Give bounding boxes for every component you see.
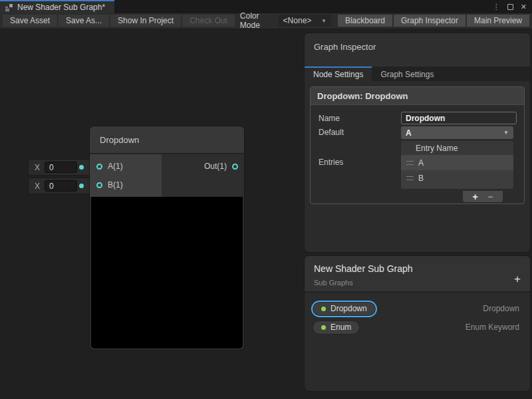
keyword-dot-icon — [321, 325, 326, 330]
entries-row: Entries Entry Name A B — [319, 140, 513, 189]
add-entry-button[interactable]: + — [473, 192, 478, 201]
entry-name: A — [418, 158, 424, 168]
save-as-button[interactable]: Save As... — [59, 15, 109, 27]
chevron-down-icon: ▼ — [321, 18, 327, 24]
property-type-label: Dropdown — [483, 304, 519, 313]
entries-buttons: + − — [463, 191, 503, 202]
default-dropdown[interactable]: A ▼ — [401, 126, 513, 139]
check-out-button[interactable]: Check Out — [182, 15, 235, 27]
pill-label: Enum — [331, 323, 351, 332]
blackboard-row-enum: Enum Enum Keyword — [313, 318, 519, 336]
value-field[interactable]: 0 — [45, 180, 77, 192]
input-port-a-label: A(1) — [108, 162, 123, 171]
tab-title: New Shader Sub Graph* — [17, 3, 105, 12]
value-field[interactable]: 0 — [45, 162, 77, 173]
name-input[interactable] — [401, 112, 517, 124]
output-port-label: Out(1) — [204, 162, 227, 171]
name-label: Name — [319, 114, 401, 123]
port-dot-icon[interactable] — [79, 184, 84, 188]
chevron-down-icon: ▼ — [503, 130, 509, 136]
entries-footer: + − — [409, 191, 503, 202]
save-asset-button[interactable]: Save Asset — [3, 15, 57, 27]
show-in-project-button[interactable]: Show In Project — [110, 15, 181, 27]
tab-node-settings[interactable]: Node Settings — [305, 66, 372, 81]
window-controls: ⋮ ✕ — [493, 0, 527, 13]
shader-graph-window: New Shader Sub Graph* ⋮ ✕ Save Asset Sav… — [0, 0, 532, 399]
entry-name: B — [418, 174, 424, 183]
node-input-section: A(1) B(1) — [90, 154, 162, 197]
entries-table-filler — [401, 186, 513, 189]
pill-label: Dropdown — [331, 304, 367, 313]
axis-label: X — [35, 163, 40, 172]
entries-table: Entry Name A B — [401, 141, 513, 189]
main-preview-toggle-button[interactable]: Main Preview — [467, 15, 529, 27]
keyword-dot-icon — [321, 307, 326, 311]
input-port-a-icon[interactable] — [96, 164, 102, 170]
blackboard-header: New Shader Sub Graph Sub Graphs + — [305, 256, 530, 293]
property-type-label: Enum Keyword — [466, 323, 519, 332]
tab-new-shader-sub-graph[interactable]: New Shader Sub Graph* — [0, 0, 114, 13]
node-preview — [91, 197, 243, 348]
input-widget-b[interactable]: X 0 — [28, 178, 92, 194]
inspector-header: Graph Inspector — [305, 33, 530, 66]
entry-row-b[interactable]: B — [401, 170, 513, 186]
blackboard-subtitle: Sub Graphs — [314, 279, 521, 287]
entries-column-header: Entry Name — [401, 141, 513, 155]
blackboard-toggle-button[interactable]: Blackboard — [338, 15, 392, 27]
close-icon[interactable]: ✕ — [521, 3, 527, 11]
window-menu-icon[interactable]: ⋮ — [493, 3, 500, 11]
blackboard-panel: New Shader Sub Graph Sub Graphs + Dropdo… — [305, 256, 530, 391]
port-dot-icon[interactable] — [79, 165, 84, 170]
axis-label: X — [35, 182, 40, 191]
remove-entry-button[interactable]: − — [487, 192, 493, 201]
maximize-icon[interactable] — [507, 4, 513, 10]
default-label: Default — [319, 128, 401, 137]
inspector-title: Graph Inspector — [314, 42, 530, 52]
blackboard-row-dropdown: Dropdown Dropdown — [313, 299, 519, 318]
default-value: A — [406, 128, 412, 138]
input-port-row-b: B(1) — [90, 176, 162, 194]
color-mode-dropdown[interactable]: <None> ▼ — [279, 15, 331, 27]
input-port-b-icon[interactable] — [96, 182, 102, 188]
color-mode-label: Color Mode — [236, 15, 279, 27]
blackboard-rows: Dropdown Dropdown Enum Enum Keyword — [305, 293, 530, 336]
blackboard-title: New Shader Sub Graph — [314, 263, 521, 274]
node-body: A(1) B(1) Out(1) — [90, 154, 244, 197]
entries-label: Entries — [319, 158, 401, 167]
dropdown-settings-section: Dropdown: Dropdown Name Default A ▼ Entr… — [310, 86, 525, 204]
graph-inspector-toggle-button[interactable]: Graph Inspector — [394, 15, 466, 27]
section-title: Dropdown: Dropdown — [311, 87, 524, 105]
graph-inspector-panel: Graph Inspector Node Settings Graph Sett… — [305, 33, 530, 252]
entry-row-a[interactable]: A — [401, 155, 513, 170]
node-output-section: Out(1) — [162, 154, 244, 197]
color-mode-value: <None> — [283, 16, 312, 25]
subgraph-asset-icon — [5, 3, 13, 12]
default-row: Default A ▼ — [319, 126, 513, 139]
section-rows: Name Default A ▼ Entries Entry Name — [311, 105, 524, 202]
input-port-b-label: B(1) — [108, 180, 123, 190]
node-title[interactable]: Dropdown — [90, 126, 244, 154]
enum-property-pill[interactable]: Enum — [313, 321, 360, 334]
input-port-row-a: A(1) — [90, 157, 162, 176]
dropdown-property-pill[interactable]: Dropdown — [313, 302, 376, 316]
dropdown-node[interactable]: Dropdown A(1) B(1) Out(1) — [90, 126, 244, 350]
output-port-icon[interactable] — [232, 164, 238, 170]
drag-handle-icon[interactable] — [406, 161, 414, 165]
add-property-button[interactable]: + — [514, 273, 521, 285]
tab-graph-settings[interactable]: Graph Settings — [372, 66, 442, 81]
input-widget-a[interactable]: X 0 — [28, 159, 92, 176]
output-port-row: Out(1) — [162, 157, 244, 176]
toolbar: Save Asset Save As... Show In Project Ch… — [0, 13, 532, 29]
inspector-tabs: Node Settings Graph Settings — [305, 66, 530, 81]
name-row: Name — [319, 112, 513, 124]
drag-handle-icon[interactable] — [406, 176, 414, 180]
